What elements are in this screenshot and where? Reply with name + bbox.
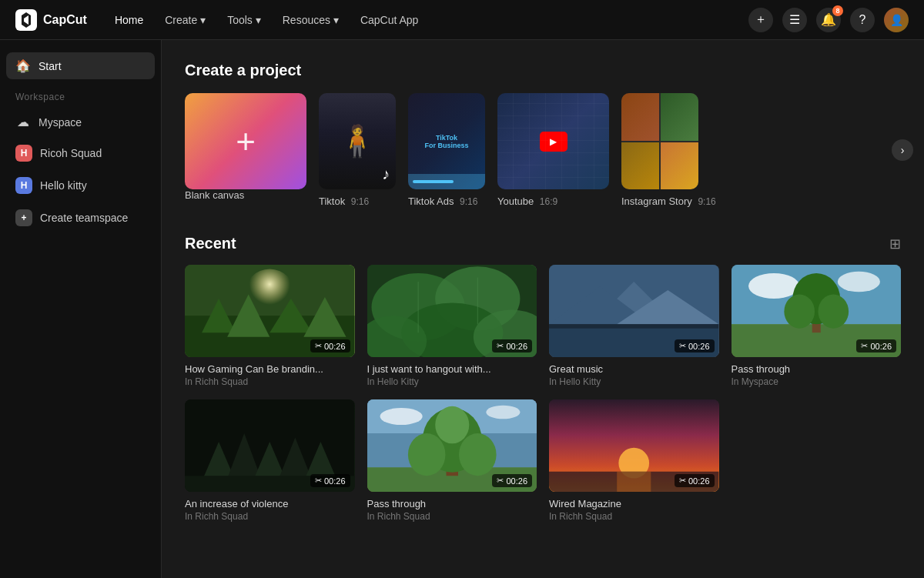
recent-thumb-passthrough-2: ✂ 00:26 (367, 399, 537, 492)
nav-home[interactable]: Home (105, 9, 152, 31)
tiktok-label: Tiktok 9:16 (319, 195, 396, 207)
ricoh-squad-avatar: H (15, 145, 32, 162)
svg-point-46 (407, 433, 445, 476)
home-icon: 🏠 (15, 58, 31, 73)
plus-icon: ＋ (755, 12, 767, 28)
duration-badge-passthrough-2: ✂ 00:26 (492, 474, 532, 487)
sidebar-item-hello-kitty[interactable]: H Hello kitty (6, 171, 155, 200)
templates-icon: ☰ (789, 12, 800, 27)
template-instagram[interactable]: Instagram Story 9:16 (621, 93, 716, 207)
tiktok-ads-text: TikTokFor Business (421, 131, 471, 152)
nav-resources[interactable]: Resouces ▾ (273, 9, 348, 31)
blank-canvas-label: Blank canvas (185, 189, 306, 201)
scroll-right-button[interactable]: › (892, 139, 913, 161)
recent-card-passthrough-2[interactable]: ✂ 00:26 Pass through In Richh Squad (367, 399, 537, 522)
template-blank-canvas[interactable]: + Blank canvas (185, 93, 306, 201)
recent-card-music[interactable]: ✂ 00:26 Great music In Hello Kitty (549, 265, 719, 387)
main-layout: 🏠 Start Workspace ☁ Myspace H Ricoh Squa… (0, 40, 924, 578)
duration-badge-wired: ✂ 00:26 (675, 474, 715, 487)
recent-thumb-gaming: ✂ 00:26 (185, 265, 355, 357)
insta-cell-2 (661, 93, 698, 141)
svg-point-43 (486, 406, 520, 419)
svg-point-29 (784, 295, 815, 329)
help-button[interactable]: ? (850, 8, 875, 32)
scissors-icon: ✂ (315, 476, 322, 486)
recent-card-hangout[interactable]: ✂ 00:26 I just want to hangout with... I… (367, 265, 537, 387)
create-project-title: Create a project (185, 62, 901, 79)
duration-text-passthrough-2: 00:26 (506, 476, 527, 486)
recent-card-passthrough-1[interactable]: ✂ 00:26 Pass through In Myspace (732, 265, 902, 387)
top-navigation: CapCut Home Create ▾ Tools ▾ Resouces ▾ … (0, 0, 924, 40)
scissors-icon: ✂ (315, 341, 322, 351)
tiktok-thumb: 🧍 ♪ (319, 93, 396, 189)
recent-thumb-hangout: ✂ 00:26 (367, 265, 537, 357)
youtube-label: Youtube 16:9 (497, 195, 609, 207)
youtube-thumb: ▶ (497, 93, 609, 189)
nav-app[interactable]: CapCut App (351, 9, 428, 31)
card-sub-hangout: In Hello Kitty (367, 376, 537, 387)
duration-badge-gaming: ✂ 00:26 (310, 339, 350, 352)
sidebar-hello-kitty-label: Hello kitty (40, 179, 87, 192)
scissors-icon: ✂ (497, 341, 504, 351)
templates-button[interactable]: ☰ (782, 8, 807, 32)
duration-badge-hangout: ✂ 00:26 (492, 339, 532, 352)
sidebar-ricoh-label: Ricoh Squad (40, 147, 102, 159)
recent-section-header: Recent ⊞ (185, 235, 901, 252)
card-title-passthrough-2: Pass through (367, 498, 537, 510)
logo[interactable]: CapCut (15, 9, 87, 31)
card-title-violence: An increase of violence (185, 498, 355, 510)
blank-canvas-thumb: + (185, 93, 306, 189)
template-tiktok[interactable]: 🧍 ♪ Tiktok 9:16 (319, 93, 396, 207)
recent-thumb-passthrough-1: ✂ 00:26 (732, 265, 902, 357)
notification-button[interactable]: 🔔 8 (816, 8, 841, 32)
scissors-icon: ✂ (679, 476, 686, 486)
recent-card-wired[interactable]: ✂ 00:26 Wired Magazine In Richh Squad (549, 399, 719, 522)
duration-text-wired: 00:26 (688, 476, 710, 486)
nav-links: Home Create ▾ Tools ▾ Resouces ▾ CapCut … (105, 9, 748, 31)
notification-badge: 8 (832, 5, 843, 16)
help-icon: ? (859, 13, 866, 27)
sidebar-item-myspace[interactable]: ☁ Myspace (6, 109, 155, 135)
recent-thumb-wired: ✂ 00:26 (549, 399, 719, 492)
svg-point-48 (435, 406, 469, 444)
instagram-label: Instagram Story 9:16 (621, 195, 716, 207)
recent-section: Recent ⊞ (185, 235, 901, 522)
youtube-grid-bg (497, 93, 609, 189)
nav-create[interactable]: Create ▾ (156, 9, 215, 31)
card-title-passthrough-1: Pass through (732, 363, 902, 375)
recent-title: Recent (185, 235, 236, 252)
create-teamspace-icon: + (15, 209, 32, 226)
insta-cell-4 (661, 142, 698, 190)
sidebar-start-label: Start (38, 60, 62, 72)
plus-icon: + (236, 122, 256, 161)
recent-thumb-music: ✂ 00:26 (549, 265, 719, 357)
scissors-icon: ✂ (497, 476, 504, 486)
project-templates-list: + Blank canvas 🧍 ♪ Tiktok 9:16 TikTokFor… (185, 93, 901, 207)
grid-view-button[interactable]: ⊞ (889, 236, 901, 252)
sidebar-item-create-teamspace[interactable]: + Create teamspace (6, 203, 155, 232)
template-youtube[interactable]: ▶ Youtube 16:9 (497, 93, 609, 207)
recent-card-violence[interactable]: ✂ 00:26 An increase of violence In Richh… (185, 399, 355, 522)
add-button[interactable]: ＋ (748, 8, 773, 32)
instagram-thumb (621, 93, 698, 189)
recent-card-gaming[interactable]: ✂ 00:26 How Gaming Can Be brandin... In … (185, 265, 355, 387)
user-avatar[interactable]: 👤 (884, 8, 909, 32)
cloud-icon: ☁ (15, 115, 31, 129)
duration-text-hangout: 00:26 (506, 342, 527, 351)
avatar-icon: 👤 (890, 14, 903, 26)
tiktok-ads-bar (408, 174, 485, 189)
card-title-wired: Wired Magazine (549, 498, 719, 510)
tiktok-ads-label: Tiktok Ads 9:16 (408, 195, 485, 207)
create-project-section: Create a project + Blank canvas 🧍 ♪ Tikt… (185, 62, 901, 207)
sidebar-item-start[interactable]: 🏠 Start (6, 52, 155, 79)
template-tiktok-ads[interactable]: TikTokFor Business Tiktok Ads 9:16 (408, 93, 485, 207)
duration-text-passthrough-1: 00:26 (870, 342, 892, 351)
duration-text-violence: 00:26 (324, 476, 346, 486)
svg-rect-52 (617, 472, 651, 492)
scissors-icon: ✂ (861, 341, 868, 351)
nav-tools[interactable]: Tools ▾ (218, 9, 270, 31)
tiktok-ads-progress (413, 180, 454, 183)
recent-grid-row1: ✂ 00:26 How Gaming Can Be brandin... In … (185, 265, 901, 387)
tiktok-logo-icon: ♪ (382, 165, 390, 183)
sidebar-item-ricoh-squad[interactable]: H Ricoh Squad (6, 139, 155, 168)
